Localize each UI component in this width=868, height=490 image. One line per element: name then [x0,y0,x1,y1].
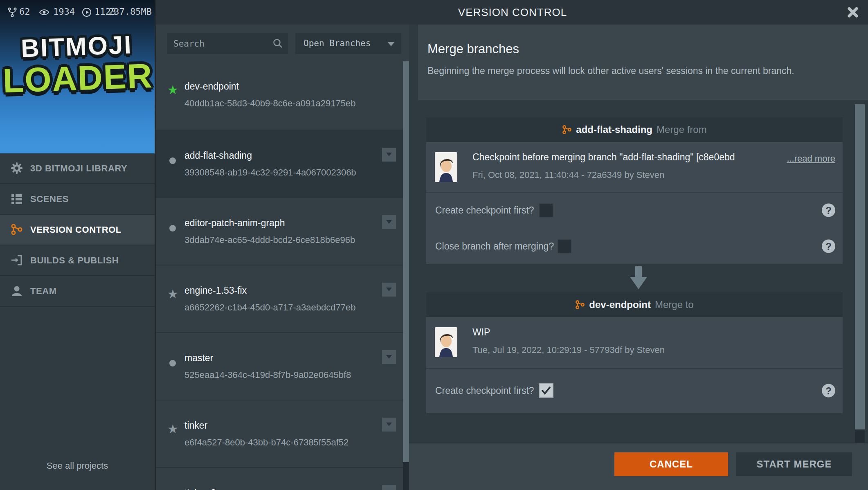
merge-from-box: add-flat-shading Merge from Checkpoint b… [426,117,843,264]
branch-search [167,33,288,54]
branch-row-dev-endpoint[interactable]: ★ dev-endpoint 40ddb1ac-58d3-40b9-8c6e-a… [156,61,403,130]
start-merge-button[interactable]: START MERGE [736,452,852,476]
branch-name: editor-patch-anim-graph [184,218,285,229]
project-stats: 62 1934 1123 237.85MB [0,6,155,18]
branch-icon [575,300,585,310]
export-icon [11,254,23,266]
sidebar-item-team[interactable]: TEAM [0,276,155,307]
branch-id: 39308548-ab19-4c32-9291-4a067002306b [184,167,356,178]
branch-menu-button[interactable] [382,283,396,297]
branch-menu-button[interactable] [382,148,396,162]
sidebar-item-scenes[interactable]: SCENES [0,184,155,215]
read-more-link[interactable]: ...read more [787,153,835,164]
sidebar-item-label: BUILDS & PUBLISH [30,255,119,266]
views-icon [39,7,49,18]
branch-row-engine-fix[interactable]: ★ engine-1.53-fix a6652262-c1b4-45d0-a71… [156,265,403,333]
person-icon [11,285,23,297]
sidebar-item-builds-publish[interactable]: BUILDS & PUBLISH [0,245,155,276]
checkpoint-meta: Fri, Oct 08, 2021, 11:40:44 - 72a6349 by… [472,170,664,180]
sidebar-item-label: VERSION CONTROL [30,225,121,235]
game-logo-line2: LOADER [0,56,155,101]
arrow-down-icon [629,266,648,289]
merge-to-header: dev-endpoint Merge to [426,292,843,317]
merge-title: Merge branches [427,42,519,56]
merge-from-direction-label: Merge from [657,124,707,135]
close-branch-checkbox[interactable] [557,239,572,254]
help-icon[interactable]: ? [822,384,835,398]
search-input[interactable] [173,33,272,55]
dot-icon [169,360,176,366]
scrollbar-thumb[interactable] [855,104,865,429]
version-control-screen: 62 1934 1123 237.85MB BITMOJI LOADER [0,0,868,490]
chevron-down-icon [386,423,392,426]
branch-menu-button[interactable] [382,418,396,432]
merge-from-branch-name: add-flat-shading [576,124,652,135]
option-create-checkpoint: Create checkpoint first? ? [426,368,843,413]
branch-menu-button[interactable] [382,485,396,490]
merge-footer: CANCEL START MERGE [409,443,868,490]
search-icon [272,38,283,49]
branch-icon [11,223,23,236]
cancel-button[interactable]: CANCEL [614,452,728,476]
create-checkpoint-checkbox[interactable] [539,203,553,218]
green-star-icon: ★ [167,83,178,97]
see-all-projects-link[interactable]: See all projects [0,461,155,471]
branch-icon [562,125,572,135]
option-label: Create checkpoint first? [435,205,534,216]
branch-id: 525eaa14-364c-419d-8f7b-9a02e0645bf8 [184,370,351,380]
branches-toolbar: Open Branches [156,25,410,61]
chevron-down-icon [387,42,395,46]
sidebar-item-3d-bitmoji-library[interactable]: 3D BITMOJI LIBRARY [0,153,155,184]
merge-scroll-area: add-flat-shading Merge from Checkpoint b… [409,100,868,443]
checkpoint-title: Checkpoint before merging branch "add-fl… [472,152,755,163]
star-icon: ★ [167,422,178,436]
chevron-down-icon [386,220,392,224]
list-icon [11,193,23,205]
help-icon[interactable]: ? [822,239,835,253]
views-count: 1934 [53,7,75,17]
branch-row-master[interactable]: master 525eaa14-364c-419d-8f7b-9a02e0645… [156,333,403,400]
modal-title: VERSION CONTROL [156,6,868,19]
project-banner: 62 1934 1123 237.85MB BITMOJI LOADER [0,0,155,153]
game-logo: BITMOJI LOADER [0,29,155,101]
merge-header: Merge branches Beginning the merge proce… [418,25,868,100]
checkpoint-row: WIP Tue, Jul 19, 2022, 10:29:19 - 57793d… [426,317,843,369]
help-icon[interactable]: ? [822,204,835,217]
branch-filter-value: Open Branches [304,38,371,48]
branch-name: master [184,353,213,364]
branch-id: a6652262-c1b4-45d0-a717-a3aebdcd77eb [184,302,355,313]
dot-icon [169,225,176,232]
sidebar-item-label: TEAM [30,286,57,297]
sidebar-item-version-control[interactable]: VERSION CONTROL [0,215,155,245]
option-label: Close branch after merging? [435,241,554,252]
avatar [435,327,457,357]
option-close-branch: Close branch after merging? ? [426,228,843,264]
branch-row-add-flat-shading[interactable]: add-flat-shading 39308548-ab19-4c32-9291… [156,130,403,198]
project-sidebar: 62 1934 1123 237.85MB BITMOJI LOADER [0,0,155,490]
plays-icon [81,7,92,18]
branch-row-tinker-2[interactable]: tinker-2 [156,468,403,490]
merge-panel-scrollbar[interactable] [855,102,865,445]
modal-header: VERSION CONTROL [155,0,868,25]
branch-menu-button[interactable] [382,215,396,229]
branch-name: tinker [184,420,207,431]
branch-id: 40ddb1ac-58d3-40b9-8c6e-a091a29175eb [184,98,355,109]
gear-icon [11,162,23,174]
merge-to-branch-name: dev-endpoint [589,299,651,310]
option-label: Create checkpoint first? [435,385,534,396]
project-size: 237.85MB [108,7,152,17]
option-create-checkpoint: Create checkpoint first? ? [426,192,843,228]
check-icon [541,385,551,396]
chevron-down-icon [386,153,392,156]
branch-menu-button[interactable] [382,350,396,364]
branch-name: tinker-2 [184,488,216,490]
branch-list: ★ dev-endpoint 40ddb1ac-58d3-40b9-8c6e-a… [156,61,403,490]
branch-filter-dropdown[interactable]: Open Branches [295,33,401,54]
branch-id: e6f4a527-8e0b-43bb-b74c-67385f55af52 [184,437,349,448]
branch-name: engine-1.53-fix [184,285,247,296]
close-icon[interactable] [847,7,859,18]
merge-to-box: dev-endpoint Merge to WIP Tue, Jul 19, 2… [426,292,843,413]
branch-row-editor-patch-anim-graph[interactable]: editor-patch-anim-graph 3ddab74e-ac65-4d… [156,198,403,265]
branch-row-tinker[interactable]: ★ tinker e6f4a527-8e0b-43bb-b74c-67385f5… [156,400,403,468]
create-checkpoint-checkbox[interactable] [539,383,553,398]
